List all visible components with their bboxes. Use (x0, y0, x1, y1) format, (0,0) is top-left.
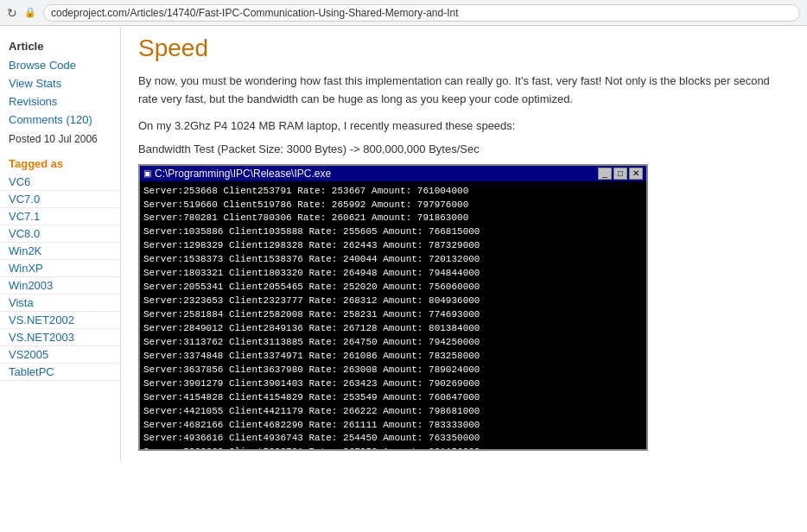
cmd-line: Server:2581884 Client2582008 Rate: 25823… (143, 308, 643, 322)
cmd-line: Server:2323653 Client2323777 Rate: 26831… (143, 294, 643, 308)
cmd-line: Server:4421055 Client4421179 Rate: 26622… (143, 405, 643, 419)
sidebar-tag-vs2005[interactable]: VS2005 (0, 346, 120, 364)
cmd-titlebar-left: ▣ C:\Programming\IPC\Release\IPC.exe (143, 168, 331, 180)
sidebar-tag-vc6[interactable]: VC6 (0, 174, 120, 191)
browser-bar: ↻ 🔒 codeproject.com/Articles/14740/Fast-… (0, 0, 807, 26)
url-bar[interactable]: codeproject.com/Articles/14740/Fast-IPC-… (43, 4, 800, 22)
refresh-icon[interactable]: ↻ (7, 6, 17, 20)
bandwidth-note: Bandwidth Test (Packet Size: 3000 Bytes)… (138, 142, 790, 155)
lock-icon: 🔒 (24, 7, 36, 18)
sidebar-link-comments[interactable]: Comments (120) (0, 111, 120, 129)
sidebar-tag-winxp[interactable]: WinXP (0, 260, 120, 277)
sidebar-link-revisions[interactable]: Revisions (0, 92, 120, 111)
speed-note: On my 3.2Ghz P4 1024 MB RAM laptop, I re… (138, 119, 790, 132)
cmd-title: C:\Programming\IPC\Release\IPC.exe (155, 168, 331, 180)
intro-text: By now, you must be wondering how fast t… (138, 73, 790, 109)
cmd-line: Server:5203668 Client5203791 Rate: 26705… (143, 446, 643, 448)
cmd-titlebar: ▣ C:\Programming\IPC\Release\IPC.exe _ □… (140, 166, 646, 181)
sidebar-tag-vc80[interactable]: VC8.0 (0, 225, 120, 243)
sidebar-tag-win2k[interactable]: Win2K (0, 243, 120, 260)
cmd-app-icon: ▣ (143, 168, 151, 178)
cmd-minimize-button[interactable]: _ (598, 168, 612, 180)
cmd-line: Server:253668 Client253791 Rate: 253667 … (143, 185, 643, 199)
cmd-line: Server:2055341 Client2055465 Rate: 25202… (143, 281, 643, 294)
sidebar-tag-win2003[interactable]: Win2003 (0, 277, 120, 294)
cmd-line: Server:3113762 Client3113885 Rate: 26475… (143, 336, 643, 350)
sidebar-link-view-stats[interactable]: View Stats (0, 74, 120, 92)
sidebar-article-title: Article (0, 35, 120, 56)
cmd-line: Server:1538373 Client1538376 Rate: 24004… (143, 253, 643, 267)
sidebar-posted: Posted 10 Jul 2006 (0, 129, 120, 150)
page-layout: Article Browse Code View Stats Revisions… (0, 26, 807, 460)
sidebar-tag-tabletpc[interactable]: TabletPC (0, 364, 120, 381)
cmd-line: Server:1803321 Client1803320 Rate: 26494… (143, 267, 643, 281)
page-title: Speed (138, 35, 790, 62)
cmd-line: Server:780281 Client780306 Rate: 260621 … (143, 212, 643, 225)
sidebar-tag-vista[interactable]: Vista (0, 294, 120, 312)
cmd-line: Server:3901279 Client3901403 Rate: 26342… (143, 377, 643, 391)
main-content: Speed By now, you must be wondering how … (121, 26, 807, 460)
cmd-window: ▣ C:\Programming\IPC\Release\IPC.exe _ □… (138, 164, 648, 451)
cmd-controls: _ □ ✕ (598, 168, 643, 180)
cmd-line: Server:519660 Client519786 Rate: 265992 … (143, 199, 643, 212)
cmd-line: Server:1298329 Client1298328 Rate: 26244… (143, 239, 643, 253)
sidebar-tag-vc70[interactable]: VC7.0 (0, 191, 120, 208)
sidebar-link-browse-code[interactable]: Browse Code (0, 56, 120, 74)
sidebar-tag-vsnet2003[interactable]: VS.NET2003 (0, 329, 120, 346)
cmd-line: Server:4936616 Client4936743 Rate: 25445… (143, 432, 643, 446)
sidebar-tag-vc71[interactable]: VC7.1 (0, 208, 120, 225)
cmd-line: Server:4682166 Client4682290 Rate: 26111… (143, 419, 643, 433)
cmd-close-button[interactable]: ✕ (629, 168, 643, 180)
cmd-body[interactable]: Server:253668 Client253791 Rate: 253667 … (140, 181, 646, 449)
sidebar-tagged-title: Tagged as (0, 150, 120, 174)
cmd-line: Server:1035886 Client1035888 Rate: 25560… (143, 225, 643, 239)
sidebar-tag-vsnet2002[interactable]: VS.NET2002 (0, 312, 120, 329)
cmd-line: Server:3637856 Client3637980 Rate: 26300… (143, 364, 643, 377)
sidebar: Article Browse Code View Stats Revisions… (0, 26, 121, 460)
cmd-restore-button[interactable]: □ (613, 168, 627, 180)
cmd-line: Server:2849012 Client2849136 Rate: 26712… (143, 322, 643, 336)
cmd-line: Server:4154828 Client4154829 Rate: 25354… (143, 391, 643, 405)
cmd-line: Server:3374848 Client3374971 Rate: 26108… (143, 350, 643, 364)
